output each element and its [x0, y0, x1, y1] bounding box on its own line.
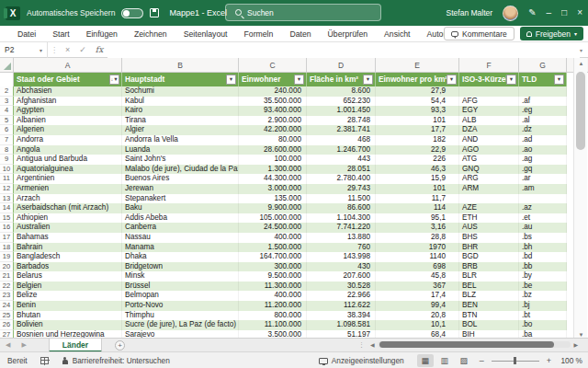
table-header-hauptstadt[interactable]: Hauptstadt▼ — [122, 73, 239, 86]
cell[interactable]: Algier — [122, 125, 239, 135]
cell[interactable]: 226 — [376, 155, 459, 165]
cell[interactable]: Australien — [14, 223, 122, 233]
splitter-handle-icon[interactable]: ⋮ — [358, 341, 368, 349]
cell[interactable]: .et — [519, 213, 567, 224]
cell[interactable]: .al — [519, 116, 567, 126]
cell[interactable]: 29.743 — [307, 184, 376, 194]
filter-icon[interactable]: ▼ — [506, 75, 516, 85]
cell[interactable]: Bolivien — [14, 320, 122, 330]
cell[interactable]: Buenos Aires — [122, 174, 239, 184]
drag-handle-icon[interactable]: ⋮ — [48, 46, 61, 54]
cell[interactable]: 35.500.000 — [239, 97, 307, 107]
zoom-slider[interactable] — [492, 361, 539, 362]
cell[interactable]: 101 — [376, 184, 459, 194]
avatar[interactable] — [503, 6, 518, 21]
cell[interactable]: 114 — [376, 203, 459, 213]
cell[interactable]: Canberra — [122, 223, 239, 233]
cell[interactable]: Sucre (de jure), La Paz (de facto) — [122, 320, 239, 330]
cell[interactable]: 11.300.000 — [239, 282, 307, 292]
filter-icon[interactable]: ▼ — [294, 75, 304, 85]
cell[interactable]: 93.400.000 — [239, 106, 307, 116]
horizontal-scrollbar[interactable]: ⋮ ◀ ▶ — [358, 339, 581, 350]
cell[interactable]: Algerien — [14, 125, 122, 135]
cell[interactable]: 143.998 — [307, 252, 376, 262]
cell[interactable]: Sochumi — [122, 86, 239, 97]
cell[interactable]: 22,9 — [376, 145, 459, 155]
row-number[interactable]: 16 — [0, 223, 14, 233]
cell[interactable]: 28,8 — [376, 233, 459, 243]
cell[interactable]: .dz — [519, 125, 567, 135]
cell[interactable]: .ba — [519, 330, 567, 338]
select-all-corner[interactable] — [0, 58, 14, 72]
minimize-button[interactable]: – — [547, 0, 552, 26]
insert-function-icon[interactable]: fx — [91, 45, 107, 54]
cell[interactable]: .ar — [519, 174, 567, 184]
tab-formeln[interactable]: Formeln — [236, 26, 282, 42]
cell[interactable]: Brüssel — [122, 282, 239, 292]
cell[interactable]: Ägypten — [14, 106, 122, 116]
cell[interactable]: Saint John's — [122, 155, 239, 165]
cell[interactable]: BGD — [459, 252, 519, 262]
filter-sorted-icon[interactable]: ↓▼ — [109, 75, 119, 85]
filter-icon[interactable]: ▼ — [363, 75, 373, 85]
cell[interactable]: .au — [519, 223, 567, 233]
row-number[interactable]: 26 — [0, 320, 14, 330]
cell[interactable]: Angola — [14, 145, 122, 155]
cell[interactable]: 652.230 — [307, 97, 376, 107]
expand-formula-bar-icon[interactable]: ▾ — [580, 47, 588, 53]
save-icon[interactable] — [150, 8, 159, 17]
row-number[interactable]: 14 — [0, 203, 14, 213]
cell[interactable]: 300.000 — [239, 262, 307, 272]
cell[interactable]: Kabul — [122, 97, 239, 107]
cell[interactable]: 400.000 — [239, 233, 307, 243]
cell[interactable]: 400.000 — [239, 291, 307, 301]
row-number[interactable]: 2 — [0, 86, 14, 97]
cell[interactable]: 367 — [376, 282, 459, 292]
cell[interactable]: Andorra — [14, 135, 122, 145]
page-layout-view-icon[interactable]: ▥ — [436, 354, 453, 367]
cell[interactable]: .ag — [519, 155, 567, 165]
cell[interactable] — [519, 86, 567, 97]
display-settings-button[interactable]: Anzeigeeinstellungen — [319, 356, 404, 365]
row-number[interactable]: 8 — [0, 145, 14, 155]
prev-sheet-icon[interactable]: ◀ — [0, 341, 16, 349]
row-number[interactable]: 18 — [0, 243, 14, 253]
cell[interactable]: BEN — [459, 301, 519, 311]
cell[interactable]: 51.197 — [307, 330, 376, 338]
cell[interactable]: .bz — [519, 291, 567, 301]
close-button[interactable]: × — [577, 0, 582, 26]
cell[interactable]: 1.500.000 — [239, 243, 307, 253]
cell[interactable] — [459, 86, 519, 97]
next-sheet-icon[interactable]: ▶ — [16, 341, 31, 349]
row-number[interactable]: 25 — [0, 311, 14, 321]
row-number[interactable]: 10 — [0, 165, 14, 175]
cell[interactable]: .eg — [519, 106, 567, 116]
cell[interactable]: 1.246.700 — [307, 145, 376, 155]
comments-button[interactable]: Kommentare — [444, 27, 514, 40]
cell[interactable]: Sarajevo — [122, 330, 239, 338]
cell[interactable]: 42.200.000 — [239, 125, 307, 135]
cell[interactable]: 112.622 — [307, 301, 376, 311]
cell[interactable]: AUS — [459, 223, 519, 233]
column-header-c[interactable]: C — [239, 58, 307, 72]
cell[interactable]: ALB — [459, 116, 519, 126]
cell[interactable]: 101 — [376, 116, 459, 126]
cell[interactable]: Porto-Novo — [122, 301, 239, 311]
cell[interactable]: 1.104.300 — [307, 213, 376, 224]
scroll-up-icon[interactable]: ▲ — [574, 58, 588, 70]
sheet-tab-laender[interactable]: Länder — [49, 339, 102, 352]
cancel-icon[interactable]: × — [61, 45, 74, 54]
cell[interactable]: .az — [519, 203, 567, 213]
cell[interactable]: BLZ — [459, 291, 519, 301]
row-number[interactable]: 24 — [0, 301, 14, 311]
tab-einfuegen[interactable]: Einfügen — [78, 26, 126, 42]
cell[interactable]: 10,1 — [376, 320, 459, 330]
cell[interactable]: 207.600 — [307, 271, 376, 282]
cell[interactable]: 1970 — [376, 243, 459, 253]
normal-view-icon[interactable]: ▦ — [417, 354, 434, 367]
cell[interactable]: BHS — [459, 233, 519, 243]
cell[interactable]: Minsk — [122, 271, 239, 282]
cell[interactable]: 135.000 — [239, 194, 307, 204]
column-header-b[interactable]: B — [122, 58, 239, 72]
row-number[interactable]: 9 — [0, 155, 14, 165]
